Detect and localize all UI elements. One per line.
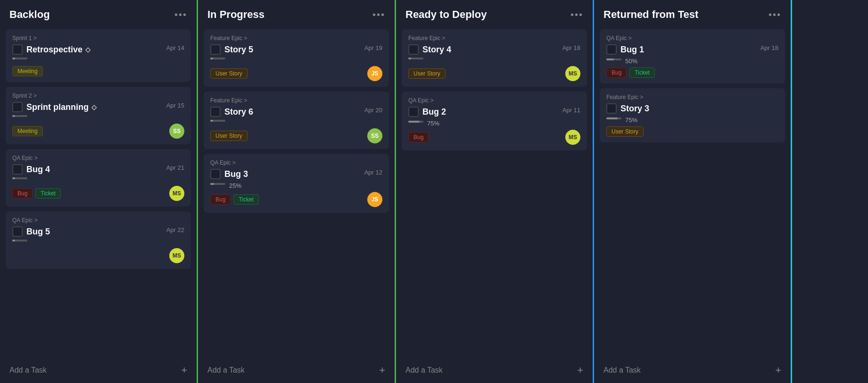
diamond-icon: ◇: [85, 46, 91, 53]
avatar-story4: MS: [565, 66, 580, 81]
card-checkbox-bug3[interactable]: [210, 169, 221, 179]
card-checkbox-story6[interactable]: [210, 107, 221, 117]
card-bug1[interactable]: QA Epic >Bug 1Apr 1850%BugTicket: [600, 29, 785, 83]
tag-meeting: Meeting: [12, 66, 43, 76]
add-task-in-progress[interactable]: Add a Task+: [198, 358, 395, 383]
card-title-row-bug3: Bug 3: [210, 169, 248, 179]
card-top-story4: Story 4Apr 18: [408, 44, 580, 55]
card-tags-story5: User Story: [210, 68, 248, 79]
diamond-icon: ◇: [91, 103, 97, 111]
card-top-sprint-planning: Sprint planning◇Apr 15: [12, 102, 184, 112]
card-title-text-story6: Story 6: [224, 107, 253, 117]
card-bug5[interactable]: QA Epic >Bug 5Apr 22MS: [6, 211, 191, 269]
card-title-row-retrospective: Retrospective◇: [12, 44, 91, 55]
card-top-story6: Story 6Apr 20: [210, 107, 382, 117]
card-epic-story4: Feature Epic >: [408, 35, 580, 42]
progress-row-bug5: [12, 240, 184, 245]
progress-bar-bug4: [12, 177, 27, 179]
progress-fill-story4: [408, 58, 411, 59]
card-bottom-bug5: MS: [12, 248, 184, 263]
add-icon[interactable]: +: [577, 364, 583, 376]
card-title-text-story5: Story 5: [224, 45, 253, 55]
kanban-board: Backlog•••Sprint 1 >Retrospective◇Apr 14…: [0, 0, 868, 383]
tag-user-story: User Story: [606, 126, 644, 137]
column-title-in-progress: In Progress: [207, 8, 265, 21]
add-task-ready-to-deploy[interactable]: Add a Task+: [396, 358, 593, 383]
card-bug2[interactable]: QA Epic >Bug 2Apr 1175%BugMS: [402, 92, 587, 150]
card-title-row-story3: Story 3: [606, 103, 649, 114]
card-date-bug3: Apr 12: [364, 169, 382, 176]
tag-ticket: Ticket: [35, 188, 61, 199]
card-retrospective[interactable]: Sprint 1 >Retrospective◇Apr 14Meeting: [6, 29, 191, 82]
column-menu-ready-to-deploy[interactable]: •••: [570, 9, 583, 20]
avatar-story6: SS: [367, 128, 382, 143]
add-icon[interactable]: +: [181, 364, 187, 376]
card-checkbox-story5[interactable]: [210, 44, 221, 55]
card-checkbox-bug1[interactable]: [606, 44, 617, 55]
card-date-bug2: Apr 11: [562, 107, 580, 114]
tag-user-story: User Story: [210, 131, 248, 141]
column-menu-in-progress[interactable]: •••: [372, 9, 385, 20]
progress-fill-story5: [210, 58, 213, 59]
add-task-label-backlog: Add a Task: [9, 366, 47, 375]
card-bottom-bug4: BugTicketMS: [12, 186, 184, 201]
add-icon[interactable]: +: [775, 364, 781, 376]
card-bottom-story6: User StorySS: [210, 128, 382, 143]
card-date-bug4: Apr 21: [166, 164, 184, 171]
progress-row-story4: [408, 58, 580, 63]
column-menu-returned-from-test[interactable]: •••: [769, 9, 781, 20]
card-story4[interactable]: Feature Epic >Story 4Apr 18User StoryMS: [402, 29, 587, 87]
card-checkbox-bug4[interactable]: [12, 164, 23, 175]
progress-bar-story6: [210, 120, 225, 122]
card-story6[interactable]: Feature Epic >Story 6Apr 20User StorySS: [204, 92, 389, 149]
progress-pct-bug1: 50%: [625, 58, 637, 65]
progress-fill-bug3: [210, 183, 214, 185]
card-title-row-bug1: Bug 1: [606, 44, 644, 55]
cards-container-returned-from-test: QA Epic >Bug 1Apr 1850%BugTicketFeature …: [594, 27, 791, 358]
progress-bar-bug3: [210, 183, 225, 185]
card-title-text-sprint-planning: Sprint planning◇: [26, 102, 97, 112]
card-top-bug1: Bug 1Apr 18: [606, 44, 778, 55]
progress-fill-bug2: [408, 121, 420, 123]
card-title-row-bug2: Bug 2: [408, 107, 446, 117]
card-epic-bug1: QA Epic >: [606, 35, 778, 42]
card-checkbox-story3[interactable]: [606, 103, 617, 114]
card-title-row-bug5: Bug 5: [12, 226, 50, 237]
progress-fill-bug5: [12, 240, 15, 241]
avatar-bug3: JS: [367, 192, 382, 207]
card-epic-story6: Feature Epic >: [210, 97, 382, 104]
card-epic-story5: Feature Epic >: [210, 35, 382, 42]
column-header-backlog: Backlog•••: [0, 0, 197, 27]
card-checkbox-bug5[interactable]: [12, 226, 23, 237]
avatar-bug2: MS: [565, 130, 580, 145]
card-title-row-story6: Story 6: [210, 107, 253, 117]
progress-fill-sprint-planning: [12, 115, 15, 117]
progress-fill-story3: [606, 117, 618, 119]
card-story5[interactable]: Feature Epic >Story 5Apr 19User StoryJS: [204, 29, 389, 87]
card-checkbox-bug2[interactable]: [408, 107, 419, 117]
add-task-label-returned-from-test: Add a Task: [603, 366, 641, 375]
tag-ticket: Ticket: [629, 67, 655, 78]
card-checkbox-story4[interactable]: [408, 44, 419, 55]
add-task-backlog[interactable]: Add a Task+: [0, 358, 197, 383]
column-menu-backlog[interactable]: •••: [174, 9, 187, 20]
card-checkbox-sprint-planning[interactable]: [12, 102, 23, 112]
card-bottom-bug1: BugTicket: [606, 67, 778, 78]
card-bottom-bug3: BugTicketJS: [210, 192, 382, 207]
card-checkbox-retrospective[interactable]: [12, 44, 23, 55]
card-title-text-bug5: Bug 5: [26, 227, 50, 237]
card-top-bug3: Bug 3Apr 12: [210, 169, 382, 179]
add-icon[interactable]: +: [379, 364, 385, 376]
card-tags-bug1: BugTicket: [606, 67, 655, 78]
cards-container-backlog: Sprint 1 >Retrospective◇Apr 14MeetingSpr…: [0, 27, 197, 358]
card-bug4[interactable]: QA Epic >Bug 4Apr 21BugTicketMS: [6, 149, 191, 207]
card-story3[interactable]: Feature Epic >Story 375%User Story: [600, 88, 785, 142]
tag-user-story: User Story: [408, 68, 446, 79]
tag-ticket: Ticket: [233, 194, 259, 205]
card-title-text-retrospective: Retrospective◇: [26, 45, 91, 55]
card-sprint-planning[interactable]: Sprint 2 >Sprint planning◇Apr 15MeetingS…: [6, 87, 191, 144]
card-bug3[interactable]: QA Epic >Bug 3Apr 1225%BugTicketJS: [204, 154, 389, 213]
column-header-in-progress: In Progress•••: [198, 0, 395, 27]
add-task-returned-from-test[interactable]: Add a Task+: [594, 358, 791, 383]
card-date-story4: Apr 18: [562, 44, 580, 51]
